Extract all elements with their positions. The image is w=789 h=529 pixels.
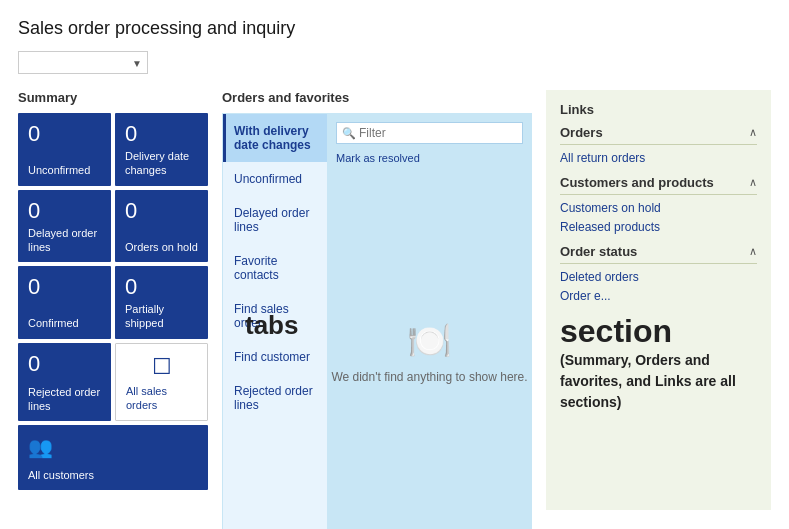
link-all-return-orders[interactable]: All return orders	[560, 151, 757, 165]
tile-hold-number: 0	[125, 200, 198, 222]
tile-rejected-label: Rejected order lines	[28, 385, 101, 414]
customers-group-chevron-icon: ∧	[749, 176, 757, 189]
tile-delayed-label: Delayed order lines	[28, 226, 101, 255]
tile-rejected-order-lines[interactable]: 0 Rejected order lines	[18, 343, 111, 422]
link-deleted-orders[interactable]: Deleted orders	[560, 270, 757, 284]
tile-unconfirmed-number: 0	[28, 123, 101, 145]
links-group-orders-header[interactable]: Orders ∧	[560, 125, 757, 145]
orders-empty-state: 🍽️ We didn't find anything to show here.	[328, 172, 531, 529]
nav-item-find-sales[interactable]: Find sales order	[223, 292, 327, 340]
link-customers-on-hold[interactable]: Customers on hold	[560, 201, 757, 215]
link-order-e[interactable]: Order e...	[560, 289, 757, 303]
links-group-order-status: Order status ∧ Deleted orders Order e...	[560, 244, 757, 303]
tile-unconfirmed[interactable]: 0 Unconfirmed	[18, 113, 111, 186]
tile-all-sales-label: All sales orders	[126, 384, 197, 413]
orders-section: Orders and favorites With delivery date …	[222, 90, 532, 529]
tile-all-customers-label: All customers	[28, 468, 198, 482]
order-status-group-chevron-icon: ∧	[749, 245, 757, 258]
tile-unconfirmed-label: Unconfirmed	[28, 163, 101, 177]
empty-state-icon: 🍽️	[407, 320, 452, 362]
sections-row: Summary 0 Unconfirmed 0 Delivery date ch…	[18, 90, 771, 529]
links-title: Links	[560, 102, 757, 117]
nav-item-delivery-date-changes[interactable]: With delivery date changes	[223, 114, 327, 162]
filter-input-wrapper: 🔍	[336, 122, 523, 144]
links-group-order-status-title: Order status	[560, 244, 637, 259]
section-annotation-label: section	[560, 313, 757, 350]
orders-nav: With delivery date changes Unconfirmed D…	[223, 114, 328, 529]
tile-hold-label: Orders on hold	[125, 240, 198, 254]
page-container: Sales order processing and inquiry Optio…	[0, 0, 789, 529]
tile-all-sales-orders[interactable]: ☐ All sales orders	[115, 343, 208, 422]
tile-partial-label: Partially shipped	[125, 302, 198, 331]
tile-delayed-number: 0	[28, 200, 101, 222]
links-section: Links Orders ∧ All return orders Custome…	[546, 90, 771, 510]
tile-delivery-number: 0	[125, 123, 198, 145]
tile-all-customers[interactable]: 👥 All customers	[18, 425, 208, 490]
tile-partially-shipped[interactable]: 0 Partially shipped	[115, 266, 208, 339]
section-annotation-area: section (Summary, Orders and favorites, …	[560, 313, 757, 413]
nav-item-find-customer[interactable]: Find customer	[223, 340, 327, 374]
nav-item-delayed[interactable]: Delayed order lines	[223, 196, 327, 244]
empty-state-message: We didn't find anything to show here.	[331, 370, 527, 384]
orders-title: Orders and favorites	[222, 90, 532, 105]
orders-content: 🔍 Mark as resolved 🍽️ We didn't find any…	[328, 114, 531, 529]
summary-title: Summary	[18, 90, 208, 105]
nav-item-unconfirmed[interactable]: Unconfirmed	[223, 162, 327, 196]
mark-resolved-button[interactable]: Mark as resolved	[328, 148, 531, 172]
links-group-customers-title: Customers and products	[560, 175, 714, 190]
links-group-orders-title: Orders	[560, 125, 603, 140]
tile-orders-on-hold[interactable]: 0 Orders on hold	[115, 190, 208, 263]
links-group-orders: Orders ∧ All return orders	[560, 125, 757, 165]
tile-confirmed-label: Confirmed	[28, 316, 101, 330]
main-dropdown[interactable]: Option 1 Option 2	[18, 51, 148, 74]
summary-section: Summary 0 Unconfirmed 0 Delivery date ch…	[18, 90, 208, 490]
dropdown-row: Option 1 Option 2 ▼	[18, 51, 771, 74]
links-group-customers-header[interactable]: Customers and products ∧	[560, 175, 757, 195]
nav-item-favorites[interactable]: Favorite contacts	[223, 244, 327, 292]
filter-input[interactable]	[336, 122, 523, 144]
sales-orders-icon: ☐	[126, 354, 197, 380]
filter-row: 🔍	[328, 114, 531, 148]
orders-group-chevron-icon: ∧	[749, 126, 757, 139]
links-group-customers: Customers and products ∧ Customers on ho…	[560, 175, 757, 234]
nav-item-rejected[interactable]: Rejected order lines	[223, 374, 327, 422]
filter-search-icon: 🔍	[342, 127, 356, 140]
summary-grid: 0 Unconfirmed 0 Delivery date changes 0 …	[18, 113, 208, 490]
tile-confirmed-number: 0	[28, 276, 101, 298]
tile-delivery-label: Delivery date changes	[125, 149, 198, 178]
tile-partial-number: 0	[125, 276, 198, 298]
tile-delayed-order-lines[interactable]: 0 Delayed order lines	[18, 190, 111, 263]
section-annotation-description: (Summary, Orders and favorites, and Link…	[560, 352, 736, 410]
link-released-products[interactable]: Released products	[560, 220, 757, 234]
page-title: Sales order processing and inquiry	[18, 18, 771, 39]
links-group-order-status-header[interactable]: Order status ∧	[560, 244, 757, 264]
tile-confirmed[interactable]: 0 Confirmed	[18, 266, 111, 339]
customers-icon: 👥	[28, 435, 53, 459]
dropdown-wrapper: Option 1 Option 2 ▼	[18, 51, 148, 74]
tile-delivery-date-changes[interactable]: 0 Delivery date changes	[115, 113, 208, 186]
orders-panel: With delivery date changes Unconfirmed D…	[222, 113, 532, 529]
tile-rejected-number: 0	[28, 353, 101, 375]
